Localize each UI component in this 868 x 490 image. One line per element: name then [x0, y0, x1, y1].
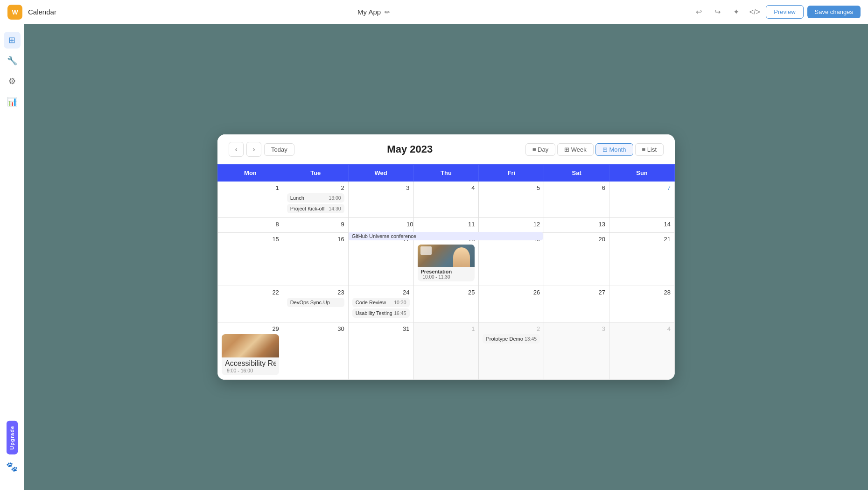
topbar: W Calendar My App ✏ ↩ ↪ ✦ </> Preview Sa… — [0, 0, 868, 24]
event-lunch[interactable]: Lunch 13:00 — [287, 193, 344, 203]
day-21[interactable]: 21 — [609, 233, 675, 286]
topbar-title: Calendar — [28, 8, 56, 16]
day-20[interactable]: 20 — [544, 233, 609, 286]
event-usability-testing[interactable]: Usability Testing 16:45 — [352, 308, 410, 318]
day-12[interactable]: 12 — [479, 218, 544, 233]
view-week-button[interactable]: ⊞ Week — [557, 143, 594, 156]
sidebar: ⊞ 🔧 ⚙ 📊 Upgrade 🐾 — [0, 24, 24, 490]
day-24[interactable]: 24 Code Review 10:30 Usability Testing 1… — [348, 286, 413, 322]
day-8[interactable]: 8 — [218, 218, 283, 233]
day-next-1[interactable]: 1 — [413, 322, 479, 380]
sidebar-item-footer[interactable]: 🐾 — [4, 458, 21, 475]
view-list-button[interactable]: ≡ List — [635, 143, 664, 156]
day-15[interactable]: 15 — [218, 233, 283, 286]
sidebar-bottom: Upgrade 🐾 — [4, 421, 21, 483]
calendar-week-5: 29 Accessibility Review 9:00 - 16:00 30 … — [218, 322, 675, 380]
weekday-sat: Sat — [544, 165, 609, 182]
upgrade-button[interactable]: Upgrade — [7, 421, 18, 455]
weekday-wed: Wed — [348, 165, 413, 182]
sidebar-item-chart[interactable]: 📊 — [4, 93, 21, 110]
day-19[interactable]: 19 — [479, 233, 544, 286]
day-1[interactable]: 1 — [218, 182, 283, 218]
view-day-button[interactable]: ≡ Day — [525, 143, 555, 156]
event-accessibility-review[interactable]: Accessibility Review 9:00 - 16:00 — [222, 334, 279, 375]
day-29[interactable]: 29 Accessibility Review 9:00 - 16:00 — [218, 322, 283, 380]
day-3[interactable]: 3 — [348, 182, 413, 218]
sidebar-item-tools[interactable]: 🔧 — [4, 52, 21, 69]
next-month-button[interactable]: › — [246, 142, 261, 157]
calendar-nav: ‹ › Today — [229, 142, 294, 157]
today-button[interactable]: Today — [264, 143, 294, 156]
view-month-button[interactable]: ⊞ Month — [595, 143, 633, 156]
weekday-thu: Thu — [413, 165, 479, 182]
calendar-week-1: 1 2 Lunch 13:00 Project Kick-off 14:30 — [218, 182, 675, 218]
event-prototype-demo[interactable]: Prototype Demo 13:45 — [483, 334, 540, 343]
day-next-2[interactable]: 2 Prototype Demo 13:45 — [479, 322, 544, 380]
day-14[interactable]: 14 — [609, 218, 675, 233]
calendar-week-3: 15 16 17 18 — [218, 233, 675, 286]
day-28[interactable]: 28 — [609, 286, 675, 322]
event-code-review[interactable]: Code Review 10:30 — [352, 298, 410, 307]
magic-button[interactable]: ✦ — [728, 5, 743, 20]
calendar-month-title: May 2023 — [387, 143, 433, 155]
event-project-kickoff[interactable]: Project Kick-off 14:30 — [287, 204, 344, 213]
day-27[interactable]: 27 — [544, 286, 609, 322]
event-presentation[interactable]: Presentation 10:00 - 11:30 — [418, 245, 475, 281]
day-30[interactable]: 30 — [283, 322, 348, 380]
event-presentation-image — [418, 245, 475, 267]
day-5[interactable]: 5 — [479, 182, 544, 218]
content-area: ‹ › Today May 2023 ≡ Day ⊞ Week ⊞ Month … — [24, 24, 868, 490]
day-4[interactable]: 4 — [413, 182, 479, 218]
topbar-actions: ↩ ↪ ✦ </> Preview Save changes — [691, 5, 861, 20]
day-26[interactable]: 26 — [479, 286, 544, 322]
sidebar-item-settings[interactable]: ⚙ — [4, 73, 21, 90]
prev-month-button[interactable]: ‹ — [229, 142, 244, 157]
day-31[interactable]: 31 — [348, 322, 413, 380]
day-7[interactable]: 7 — [609, 182, 675, 218]
day-10[interactable]: 10 GitHub Universe conference — [348, 218, 413, 233]
calendar-widget: ‹ › Today May 2023 ≡ Day ⊞ Week ⊞ Month … — [217, 134, 675, 380]
weekday-tue: Tue — [283, 165, 348, 182]
topbar-center: My App ✏ — [62, 8, 686, 16]
calendar-view-buttons: ≡ Day ⊞ Week ⊞ Month ≡ List — [525, 143, 664, 156]
day-next-3[interactable]: 3 — [544, 322, 609, 380]
weekday-sun: Sun — [609, 165, 675, 182]
calendar-grid: Mon Tue Wed Thu Fri Sat Sun 1 2 — [217, 164, 675, 380]
code-button[interactable]: </> — [747, 5, 762, 20]
day-6[interactable]: 6 — [544, 182, 609, 218]
day-22[interactable]: 22 — [218, 286, 283, 322]
day-11[interactable]: 11 — [413, 218, 479, 233]
day-18[interactable]: 18 Presentation 10:00 - 11:30 — [413, 233, 479, 286]
day-23[interactable]: 23 DevOps Sync-Up — [283, 286, 348, 322]
redo-button[interactable]: ↪ — [710, 5, 725, 20]
calendar-weekday-row: Mon Tue Wed Thu Fri Sat Sun — [218, 165, 675, 182]
weekday-fri: Fri — [479, 165, 544, 182]
sidebar-item-dashboard[interactable]: ⊞ — [4, 32, 21, 49]
day-next-4[interactable]: 4 — [609, 322, 675, 380]
day-17[interactable]: 17 — [348, 233, 413, 286]
main-layout: ⊞ 🔧 ⚙ 📊 Upgrade 🐾 ‹ › Today May 2023 ≡ D… — [0, 24, 868, 490]
app-name: My App — [357, 8, 381, 16]
day-9[interactable]: 9 — [283, 218, 348, 233]
day-2[interactable]: 2 Lunch 13:00 Project Kick-off 14:30 — [283, 182, 348, 218]
event-devops-sync[interactable]: DevOps Sync-Up — [287, 298, 344, 307]
save-button[interactable]: Save changes — [807, 6, 861, 18]
calendar-week-4: 22 23 DevOps Sync-Up 24 Code Review 10:3 — [218, 286, 675, 322]
day-13[interactable]: 13 — [544, 218, 609, 233]
app-logo: W — [7, 5, 22, 20]
edit-icon[interactable]: ✏ — [385, 8, 390, 16]
preview-button[interactable]: Preview — [766, 5, 803, 19]
calendar-header: ‹ › Today May 2023 ≡ Day ⊞ Week ⊞ Month … — [217, 134, 675, 164]
day-25[interactable]: 25 — [413, 286, 479, 322]
calendar-week-2: 8 9 10 GitHub Universe conference 11 12 … — [218, 218, 675, 233]
day-16[interactable]: 16 — [283, 233, 348, 286]
undo-button[interactable]: ↩ — [691, 5, 706, 20]
weekday-mon: Mon — [218, 165, 283, 182]
